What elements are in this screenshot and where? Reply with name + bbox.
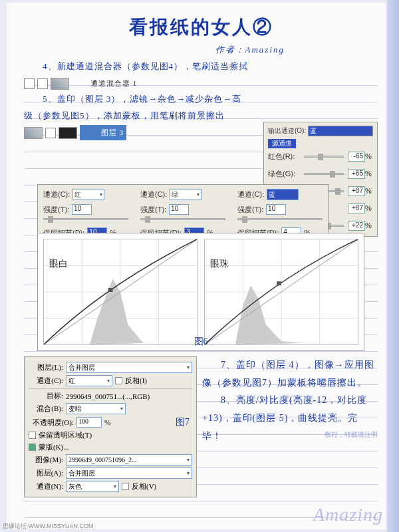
value-input[interactable]: +87 [348, 186, 365, 196]
step-7-text: 7、盖印（图层 4），图像→应用图像（参数见图7）加蒙板将嘴唇擦出。 [202, 356, 378, 392]
p7-mask-check[interactable] [29, 444, 36, 451]
p7-channel2-label: 通道(N): [29, 481, 63, 491]
p7-channel-select[interactable]: 红▾ [66, 375, 112, 386]
p7-layer2-select[interactable]: 合并图层▾ [66, 467, 192, 479]
layer-thumb-3[interactable] [59, 127, 77, 139]
p7-blend-label: 混合(B): [29, 404, 63, 414]
watermark: Amazing [313, 504, 383, 525]
author-line: 作者：Amazing [24, 44, 285, 56]
figure-7-label: 图7 [176, 416, 190, 428]
output-channel-select[interactable]: 蓝▾ [308, 126, 373, 136]
p7-layer-label: 图层(L): [29, 362, 63, 372]
layer-thumb[interactable] [51, 78, 69, 90]
svg-rect-8 [108, 288, 113, 292]
p7-opacity-input[interactable]: 100 [76, 417, 102, 428]
p7-image-select[interactable]: 2990649_000751096_2...▾ [66, 454, 192, 466]
channel-select[interactable]: 蓝▾ [267, 189, 299, 200]
slider[interactable] [304, 173, 344, 175]
channel-select[interactable]: 红▾ [72, 189, 104, 200]
value-input[interactable]: -65 [348, 152, 365, 162]
step-4-text: 4、新建通道混合器（参数见图4），笔刷适当擦拭 ● ◐ 通道混合器 1 [24, 59, 250, 91]
p7-blend-select[interactable]: 变暗▾ [66, 403, 126, 414]
curve-eye-white: 眼白 [43, 239, 198, 345]
output-channel-label: 输出通道(O): [268, 126, 306, 136]
chevron-down-icon: ▾ [187, 470, 190, 476]
p7-invert2-check[interactable] [122, 483, 129, 490]
step-5-text: 5、盖印（图层 3），滤镜→杂色→减少杂色→高级（参数见图5），添加蒙板，用笔刷… [24, 91, 250, 140]
p7-opacity-label: 不透明度(O): [29, 418, 74, 428]
p7-channel2-select[interactable]: 灰色▾ [66, 481, 119, 492]
p7-layer-select[interactable]: 合并图层▾ [66, 362, 192, 373]
chevron-down-icon: ▾ [114, 483, 116, 489]
strength-input[interactable]: 10 [266, 204, 286, 215]
source-channel-label: 源通道 [268, 139, 296, 148]
strength-input[interactable]: 10 [72, 204, 92, 215]
right-margin-bar [387, 0, 399, 532]
curves-box: 眼白 眼珠 图6 [37, 233, 364, 351]
layer-3-badge: 图层 3 [80, 125, 126, 140]
footer-credit: 思缘论坛 WWW.MISSYUAN.COM [3, 522, 94, 531]
strength-input[interactable]: 10 [169, 204, 189, 215]
p7-target-label: 目标: [29, 391, 63, 401]
p7-layer2-label: 图层(A): [29, 468, 63, 478]
mask-icon[interactable]: ◐ [37, 78, 48, 89]
p7-transparent-check[interactable] [29, 432, 36, 439]
p7-channel-label: 通道(C): [29, 376, 63, 386]
chevron-down-icon: ▾ [120, 406, 123, 412]
p7-invert-check[interactable] [115, 377, 122, 384]
figure-6-label: 图6 [194, 336, 208, 348]
svg-marker-6 [90, 279, 144, 344]
value-input[interactable]: +22 [348, 221, 365, 231]
chevron-down-icon: ▾ [107, 378, 110, 384]
channel-select[interactable]: 绿▾ [170, 189, 201, 200]
chevron-down-icon: ▾ [187, 364, 190, 370]
panel-figure-7: 图层(L):合并图层▾ 通道(C):红▾反相(I) 目标:2990649_000… [24, 356, 197, 497]
visibility-icon[interactable]: ● [24, 78, 35, 89]
chevron-down-icon: ▾ [368, 128, 371, 134]
slider[interactable] [237, 218, 323, 220]
slider[interactable] [140, 218, 225, 220]
p7-target-val: 2990649_000751...(...,RGB) [66, 392, 150, 400]
layer-thumb-2[interactable] [24, 127, 43, 139]
page-title: 看报纸的女人② [24, 15, 378, 40]
chevron-down-icon: ▾ [187, 457, 190, 463]
copy-note: 教程，转载请注明 [202, 430, 378, 440]
mask-icon-2[interactable]: ◐ [45, 128, 56, 138]
channel-mixer-label: 通道混合器 1 [72, 76, 137, 90]
slider[interactable] [43, 218, 128, 220]
slider[interactable] [304, 156, 344, 158]
value-input[interactable]: +65 [348, 169, 365, 179]
page: 看报纸的女人② 作者：Amazing 4、新建通道混合器（参数见图4），笔刷适当… [7, 3, 386, 529]
p7-image-label: 图像(M): [29, 455, 63, 465]
svg-rect-17 [277, 281, 281, 285]
svg-marker-15 [235, 285, 305, 344]
curve-eye-ball: 眼珠 [204, 239, 358, 345]
value-input[interactable]: +87 [348, 203, 365, 213]
